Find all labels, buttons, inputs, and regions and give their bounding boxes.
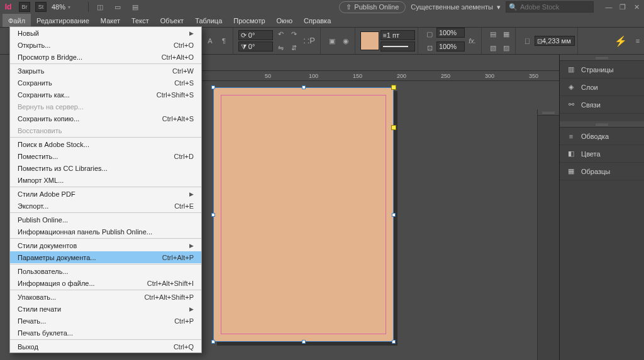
- panel-label: Страницы: [581, 66, 614, 74]
- stock-icon[interactable]: St: [35, 2, 47, 12]
- menu-window[interactable]: Окно: [271, 14, 299, 27]
- page-object[interactable]: [213, 87, 394, 342]
- panel-stroke[interactable]: ≡ Обводка: [560, 128, 644, 145]
- menu-separator: [10, 264, 201, 265]
- menu-item-label: Печать...: [18, 317, 46, 325]
- menu-item-поместить-[interactable]: Поместить...Ctrl+D: [10, 150, 201, 162]
- window-restore-icon[interactable]: ❐: [618, 2, 628, 12]
- menu-item-экспорт-[interactable]: Экспорт...Ctrl+E: [10, 200, 201, 212]
- ruler-tick: 50: [265, 73, 271, 79]
- fit-frame-icon[interactable]: ⊡: [423, 41, 436, 54]
- search-icon: 🔍: [509, 3, 518, 11]
- resize-handle[interactable]: [211, 213, 215, 217]
- resize-handle[interactable]: [392, 213, 396, 217]
- auto-fit-icon[interactable]: ▢: [423, 28, 436, 40]
- menu-item-открыть-[interactable]: Открыть...Ctrl+O: [10, 39, 201, 51]
- text-port-out[interactable]: [391, 125, 396, 130]
- wrap-jump-icon[interactable]: ▨: [500, 41, 513, 54]
- collapsed-panel-dock[interactable]: [537, 109, 559, 360]
- quick-apply-icon[interactable]: ⚡: [613, 30, 629, 52]
- menu-item-label: Поиск в Adobe Stock...: [18, 141, 89, 148]
- wrap-none-icon[interactable]: ▤: [487, 28, 499, 40]
- panel-menu-icon[interactable]: ≡: [631, 35, 644, 47]
- wrap-bb-icon[interactable]: ▦: [500, 28, 513, 40]
- panel-layers[interactable]: ◈ Слои: [560, 79, 644, 96]
- menu-item-стили-печати[interactable]: Стили печати▶: [10, 303, 201, 315]
- menu-item-пользователь-[interactable]: Пользователь...: [10, 265, 201, 277]
- text-port-in[interactable]: [391, 85, 396, 90]
- menu-item-сохранить-как-[interactable]: Сохранить как...Ctrl+Shift+S: [10, 89, 201, 101]
- flip-v-icon[interactable]: ⇵: [287, 41, 300, 54]
- publish-online-button[interactable]: ⇧ Publish Online: [339, 1, 406, 13]
- menu-item-информация-о-файле-[interactable]: Информация о файле...Ctrl+Alt+Shift+I: [10, 277, 201, 289]
- scale-field-2[interactable]: 100%: [436, 41, 465, 52]
- resize-handle[interactable]: [302, 340, 306, 344]
- fill-swatch[interactable]: [360, 31, 379, 50]
- menu-layout[interactable]: Макет: [95, 14, 126, 27]
- menu-item-информационная-панель-publish-online-[interactable]: Информационная панель Publish Online...: [10, 226, 201, 237]
- menu-item-новый[interactable]: Новый▶: [10, 27, 201, 39]
- view-options-icon[interactable]: ◫: [94, 1, 106, 13]
- menu-object[interactable]: Объект: [155, 14, 189, 27]
- stroke-style-field[interactable]: [380, 41, 415, 52]
- menu-item-поиск-в-adobe-stock-[interactable]: Поиск в Adobe Stock...: [10, 138, 201, 150]
- panel-grip-icon[interactable]: [596, 124, 608, 126]
- wrap-shape-icon[interactable]: ▧: [487, 41, 499, 54]
- window-minimize-icon[interactable]: —: [604, 2, 614, 12]
- menu-table[interactable]: Таблица: [189, 14, 228, 27]
- reference-point-icon[interactable]: ⸬P: [301, 35, 318, 47]
- panel-color[interactable]: ◧ Цвета: [560, 145, 644, 163]
- rotate-cw-icon[interactable]: ↷: [287, 28, 300, 40]
- menu-edit[interactable]: Редактирование: [31, 14, 95, 27]
- menu-file[interactable]: Файл: [3, 14, 31, 27]
- bridge-icon[interactable]: Br: [19, 2, 30, 12]
- menu-item-сохранить-копию-[interactable]: Сохранить копию...Ctrl+Alt+S: [10, 112, 201, 124]
- menu-item-выход[interactable]: ВыходCtrl+Q: [10, 341, 201, 352]
- shear-field[interactable]: ⧩ 0°: [238, 41, 273, 52]
- menu-item-стили-документов[interactable]: Стили документов▶: [10, 239, 201, 251]
- zoom-level-dropdown[interactable]: 48% ▾: [52, 2, 83, 12]
- panel-swatches[interactable]: ▦ Образцы: [560, 163, 644, 180]
- menu-item-импорт-xml-[interactable]: Импорт XML...: [10, 174, 201, 186]
- resize-handle[interactable]: [211, 85, 215, 89]
- workspace-switcher[interactable]: Существенные элементы ▾: [411, 3, 501, 11]
- menu-item-shortcut: Ctrl+E: [174, 202, 194, 210]
- panel-links[interactable]: ⚯ Связи: [560, 96, 644, 114]
- panel-pages[interactable]: ▥ Страницы: [560, 61, 644, 79]
- menu-view[interactable]: Просмотр: [228, 14, 270, 27]
- panel-grip-icon[interactable]: [542, 112, 555, 114]
- menu-item-печать-буклета-[interactable]: Печать буклета...: [10, 327, 201, 339]
- effects-icon[interactable]: fx.: [466, 35, 479, 47]
- rotation-field[interactable]: ⟳ 0°: [238, 30, 273, 40]
- resize-handle[interactable]: [211, 340, 215, 344]
- flip-h-icon[interactable]: ⇋: [274, 41, 287, 54]
- rotate-ccw-icon[interactable]: ↶: [274, 28, 287, 40]
- stroke-weight-field[interactable]: ≡ 1 пт: [380, 30, 415, 40]
- panel-grip-icon[interactable]: [596, 57, 608, 59]
- adobe-stock-search[interactable]: 🔍 Adobe Stock: [506, 1, 594, 13]
- window-close-icon[interactable]: ✕: [631, 2, 641, 12]
- menu-item-закрыть[interactable]: ЗакрытьCtrl+W: [10, 65, 201, 77]
- corner-radius-field[interactable]: ⊡ 4,233 мм: [535, 36, 575, 46]
- menu-item-просмотр-в-bridge-[interactable]: Просмотр в Bridge...Ctrl+Alt+O: [10, 51, 201, 63]
- menu-item-печать-[interactable]: Печать...Ctrl+P: [10, 315, 201, 327]
- scale-field[interactable]: 100%: [436, 28, 465, 38]
- menu-item-label: Закрыть: [18, 67, 44, 75]
- menu-item-упаковать-[interactable]: Упаковать...Ctrl+Alt+Shift+P: [10, 291, 201, 303]
- char-format-icon[interactable]: A: [204, 35, 216, 47]
- menu-item-стили-adobe-pdf[interactable]: Стили Adobe PDF▶: [10, 188, 201, 200]
- arrange-docs-icon[interactable]: ▤: [129, 1, 142, 13]
- menu-item-параметры-документа-[interactable]: Параметры документа...Ctrl+Alt+P: [10, 251, 201, 263]
- para-format-icon[interactable]: ¶: [218, 35, 230, 47]
- select-content-icon[interactable]: ◉: [340, 35, 352, 47]
- corner-options-icon[interactable]: ⎕: [521, 35, 533, 47]
- menu-type[interactable]: Текст: [126, 14, 155, 27]
- menu-item-сохранить[interactable]: СохранитьCtrl+S: [10, 77, 201, 89]
- resize-handle[interactable]: [392, 340, 396, 344]
- menu-item-publish-online-[interactable]: Publish Online...: [10, 214, 201, 226]
- screen-mode-icon[interactable]: ▭: [111, 1, 124, 13]
- select-container-icon[interactable]: ▣: [326, 35, 338, 47]
- menu-item-поместить-из-cc-libraries-[interactable]: Поместить из CC Libraries...: [10, 162, 201, 174]
- menu-help[interactable]: Справка: [298, 14, 336, 27]
- resize-handle[interactable]: [302, 85, 306, 89]
